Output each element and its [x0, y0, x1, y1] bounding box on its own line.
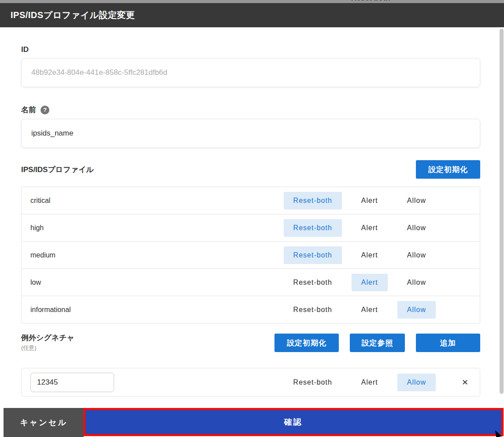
page: Reset-both IPS/IDSプロファイル設定変更 ID 48b92e34…	[0, 0, 504, 437]
name-label-row: 名前 ?	[21, 105, 480, 115]
signature-row: 12345Reset-bothAlertAllow✕	[21, 368, 480, 397]
name-input[interactable]: ipsids_name	[21, 119, 480, 148]
name-label: 名前	[21, 105, 36, 115]
confirm-button[interactable]: 確認	[85, 410, 501, 434]
option-alert[interactable]: Alert	[352, 192, 388, 209]
severity-label: low	[30, 279, 284, 286]
action-options: Reset-bothAlertAllow	[284, 246, 436, 264]
option-allow[interactable]: Allow	[397, 246, 436, 264]
modal-title: IPS/IDSプロファイル設定変更	[11, 9, 135, 21]
profile-row: informationalReset-bothAlertAllow	[22, 296, 480, 323]
profile-table: criticalReset-bothAlertAllowhighReset-bo…	[21, 187, 480, 323]
scrollbar-thumb[interactable]	[500, 29, 504, 394]
profile-section-label: IPS/IDSプロファイル	[21, 165, 94, 175]
id-placeholder: 48b92e34-804e-441e-858c-5ffc281dfb6d	[31, 68, 167, 77]
option-allow[interactable]: Allow	[397, 301, 436, 319]
signature-id-input[interactable]: 12345	[30, 373, 114, 392]
confirm-highlight-border: 確認	[83, 408, 504, 436]
exception-section-head: 例外シグネチャ (任意) 設定初期化 設定参照 追加	[21, 333, 480, 352]
exception-label-block: 例外シグネチャ (任意)	[21, 333, 74, 352]
modal-header: IPS/IDSプロファイル設定変更	[0, 3, 504, 27]
modal-footer: キャンセル 確認	[0, 408, 504, 437]
option-alert[interactable]: Alert	[352, 374, 388, 391]
option-allow[interactable]: Allow	[397, 192, 436, 209]
exception-section-label: 例外シグネチャ	[21, 333, 74, 343]
profile-row: lowReset-bothAlertAllow	[22, 268, 480, 296]
background-partial-text: Reset-both	[351, 0, 390, 3]
option-reset-both[interactable]: Reset-both	[284, 246, 342, 264]
severity-label: informational	[30, 306, 284, 314]
severity-label: high	[30, 224, 284, 232]
exception-add-button[interactable]: 追加	[416, 334, 480, 352]
option-alert[interactable]: Alert	[352, 219, 388, 237]
option-reset-both[interactable]: Reset-both	[284, 374, 342, 391]
action-options: Reset-bothAlertAllow	[284, 374, 436, 391]
action-options: Reset-bothAlertAllow	[284, 274, 436, 291]
option-allow[interactable]: Allow	[397, 274, 436, 291]
action-options: Reset-bothAlertAllow	[284, 301, 436, 319]
modal-body: ID 48b92e34-804e-441e-858c-5ffc281dfb6d …	[0, 27, 504, 437]
option-reset-both[interactable]: Reset-both	[284, 301, 342, 319]
id-label: ID	[21, 45, 480, 54]
name-value: ipsids_name	[31, 129, 73, 138]
option-reset-both[interactable]: Reset-both	[284, 219, 342, 237]
id-input[interactable]: 48b92e34-804e-441e-858c-5ffc281dfb6d	[21, 58, 480, 87]
action-options: Reset-bothAlertAllow	[284, 192, 436, 209]
profile-section-head: IPS/IDSプロファイル 設定初期化	[21, 160, 480, 179]
exception-buttons: 設定初期化 設定参照 追加	[274, 334, 480, 352]
option-alert[interactable]: Alert	[352, 301, 388, 319]
background-page-strip: Reset-both	[0, 0, 504, 3]
profile-row: mediumReset-bothAlertAllow	[22, 241, 480, 268]
option-alert[interactable]: Alert	[352, 274, 388, 291]
signature-id-value: 12345	[37, 378, 58, 387]
severity-label: critical	[30, 197, 284, 205]
help-icon[interactable]: ?	[41, 106, 49, 114]
option-allow[interactable]: Allow	[397, 374, 436, 391]
option-allow[interactable]: Allow	[397, 219, 436, 237]
profile-row: highReset-bothAlertAllow	[22, 214, 480, 241]
exception-reset-button[interactable]: 設定初期化	[274, 334, 339, 352]
optional-note: (任意)	[21, 344, 74, 352]
action-options: Reset-bothAlertAllow	[284, 219, 436, 237]
profile-reset-button[interactable]: 設定初期化	[416, 160, 480, 179]
option-reset-both[interactable]: Reset-both	[284, 274, 342, 291]
cancel-button[interactable]: キャンセル	[4, 408, 84, 437]
severity-label: medium	[30, 251, 284, 259]
exception-reference-button[interactable]: 設定参照	[350, 334, 405, 352]
profile-row: criticalReset-bothAlertAllow	[22, 187, 480, 214]
option-reset-both[interactable]: Reset-both	[284, 192, 342, 209]
option-alert[interactable]: Alert	[352, 246, 388, 264]
signature-list: 12345Reset-bothAlertAllow✕	[21, 368, 480, 397]
close-icon[interactable]: ✕	[462, 378, 468, 387]
